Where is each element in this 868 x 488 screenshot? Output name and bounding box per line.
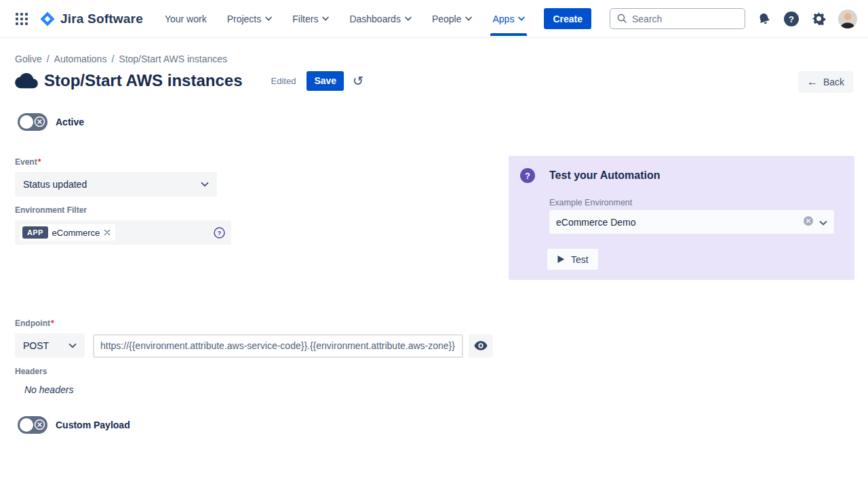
cloud-icon (15, 71, 38, 90)
http-method-select[interactable]: POST (15, 333, 85, 358)
help-question-icon: ? (520, 168, 535, 183)
tag-value: eCommerce (52, 228, 100, 238)
endpoint-url-input[interactable] (93, 334, 463, 358)
chevron-down-icon (819, 217, 827, 228)
search-icon (616, 13, 627, 26)
search-box (610, 8, 745, 29)
breadcrumb-separator: / (111, 54, 114, 64)
jira-diamond-icon (39, 11, 56, 27)
user-avatar[interactable] (838, 9, 857, 28)
chevron-down-icon (265, 16, 272, 21)
grid-icon (16, 13, 28, 25)
top-navigation: Jira Software Your work Projects Filters… (0, 0, 868, 38)
jira-logo[interactable]: Jira Software (39, 11, 143, 27)
chevron-down-icon (68, 343, 77, 348)
edited-status: Edited (271, 76, 296, 86)
search-input[interactable] (610, 8, 745, 29)
event-label: Event* (15, 157, 217, 167)
preview-eye-icon[interactable] (469, 334, 493, 358)
page-header: Stop/Start AWS instances Edited Save ↺ (15, 68, 363, 93)
no-headers-text: No headers (24, 384, 73, 395)
nav-item-filters[interactable]: Filters (292, 14, 329, 24)
breadcrumb-current: Stop/Start AWS instances (119, 54, 227, 64)
example-environment-select[interactable]: eCommerce Demo (549, 210, 834, 234)
save-button[interactable]: Save (307, 71, 344, 91)
active-toggle-row: Active (18, 113, 84, 131)
endpoint-group: Endpoint* POST (15, 319, 493, 358)
active-toggle[interactable] (18, 113, 47, 131)
page-title: Stop/Start AWS instances (44, 71, 243, 90)
primary-nav: Your work Projects Filters Dashboards Pe… (165, 14, 525, 24)
required-marker: * (38, 157, 41, 167)
endpoint-label: Endpoint* (15, 319, 493, 328)
toggle-off-x-icon (34, 116, 45, 129)
breadcrumb-golive[interactable]: Golive (15, 54, 42, 64)
test-button[interactable]: Test (547, 249, 598, 270)
nav-item-dashboards[interactable]: Dashboards (349, 14, 412, 24)
event-field-group: Event* Status updated (15, 157, 217, 197)
help-icon[interactable]: ? (783, 11, 800, 27)
svg-text:?: ? (789, 14, 794, 24)
nav-item-your-work[interactable]: Your work (165, 14, 207, 24)
settings-gear-icon[interactable] (811, 11, 827, 26)
chevron-down-icon (201, 182, 209, 187)
undo-icon[interactable]: ↺ (353, 75, 363, 87)
clear-selection-icon[interactable] (804, 216, 813, 228)
app-title: Jira Software (60, 12, 143, 26)
environment-filter-label: Environment Filter (15, 205, 231, 215)
headers-group: Headers No headers (15, 367, 73, 395)
chevron-down-icon (465, 16, 472, 21)
custom-payload-toggle[interactable] (18, 416, 47, 434)
breadcrumb-automations[interactable]: Automations (54, 54, 107, 64)
environment-filter-field[interactable]: APP eCommerce ? (15, 220, 231, 245)
toggle-knob (20, 418, 33, 432)
headers-label: Headers (15, 367, 73, 376)
nav-item-projects[interactable]: Projects (227, 14, 273, 24)
breadcrumb: Golive / Automations / Stop/Start AWS in… (15, 54, 227, 64)
environment-filter-help-icon[interactable]: ? (214, 227, 225, 239)
chevron-down-icon (518, 16, 525, 21)
nav-item-people[interactable]: People (432, 14, 473, 24)
custom-payload-row: Custom Payload (18, 416, 130, 434)
active-label: Active (56, 117, 84, 127)
breadcrumb-separator: / (47, 54, 50, 64)
chevron-down-icon (405, 16, 412, 21)
test-automation-panel: ? Test your Automation Example Environme… (509, 156, 854, 280)
play-icon (557, 255, 565, 264)
tag-type-badge: APP (22, 226, 48, 239)
toggle-knob (20, 115, 33, 129)
app-switcher-icon[interactable] (11, 8, 33, 30)
toggle-off-x-icon (34, 419, 45, 432)
environment-tag: APP eCommerce (20, 224, 115, 241)
back-arrow-icon: ← (807, 77, 818, 87)
nav-right-group: ? (610, 8, 857, 29)
required-marker: * (51, 319, 54, 328)
custom-payload-label: Custom Payload (56, 420, 130, 430)
chevron-down-icon (322, 16, 329, 21)
create-button[interactable]: Create (544, 8, 591, 29)
svg-text:?: ? (218, 229, 222, 237)
nav-item-apps[interactable]: Apps (492, 14, 525, 24)
notifications-bell-icon[interactable] (757, 12, 772, 26)
tag-remove-icon[interactable] (104, 229, 111, 236)
test-panel-title: Test your Automation (549, 169, 660, 182)
back-button[interactable]: ← Back (798, 71, 853, 93)
environment-filter-group: Environment Filter APP eCommerce ? (15, 205, 231, 245)
example-environment-label: Example Environment (549, 198, 632, 207)
event-select[interactable]: Status updated (15, 172, 217, 197)
